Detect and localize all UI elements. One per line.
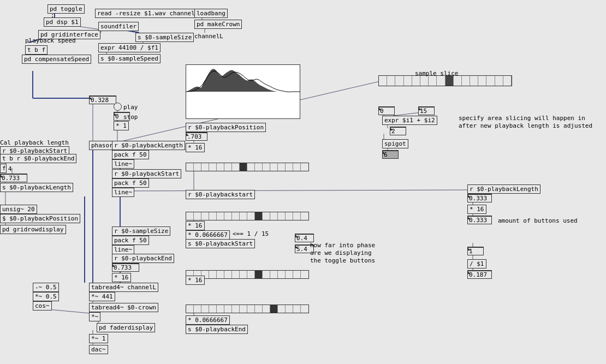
seq-cell[interactable]	[255, 305, 263, 313]
mul16-4-box[interactable]: * 16	[186, 276, 205, 285]
s-samplesize-box[interactable]: s $0-sampleSize	[135, 33, 194, 42]
num-2[interactable]: 2	[390, 127, 406, 135]
seq-cell[interactable]	[286, 163, 293, 171]
seq-cell[interactable]	[263, 163, 270, 171]
pack-f50-1-box[interactable]: pack f 50	[112, 150, 149, 159]
mul-0066-1-box[interactable]: * 0.0666667	[186, 230, 230, 240]
seq-cell[interactable]	[209, 305, 217, 313]
slice-cell-active[interactable]	[445, 76, 454, 86]
seq-cell[interactable]	[232, 212, 240, 220]
seq-cell[interactable]	[301, 163, 308, 171]
slice-cell[interactable]	[379, 76, 387, 86]
seq-cell[interactable]	[201, 305, 209, 313]
seq-cell[interactable]	[247, 271, 255, 278]
r-playbackend-box[interactable]: r $0-playbackEnd	[112, 254, 174, 263]
seq-cell[interactable]	[293, 212, 301, 220]
seq-cell[interactable]	[217, 271, 224, 278]
slice-cell[interactable]	[462, 76, 470, 86]
slice-cell[interactable]	[387, 76, 395, 86]
seq-cell[interactable]	[270, 212, 278, 220]
seq-cell[interactable]	[278, 212, 286, 220]
seq-cell[interactable]	[286, 271, 293, 278]
s-playbacklength-box[interactable]: s $0-playbackLength	[0, 183, 73, 192]
seq-cell[interactable]	[286, 212, 293, 220]
pack-f50-3-box[interactable]: pack f 50	[112, 236, 149, 245]
mul16-1-box[interactable]: * 16	[112, 273, 131, 282]
sequencer-row-4[interactable]	[186, 305, 309, 313]
pack-f50-2-box[interactable]: pack f 50	[112, 178, 149, 188]
slice-cell[interactable]	[478, 76, 486, 86]
num-0-right[interactable]: 0	[378, 106, 395, 115]
seq-cell[interactable]	[301, 271, 308, 278]
seq-cell[interactable]	[278, 271, 286, 278]
seq-cell[interactable]	[301, 305, 308, 313]
f-box[interactable]: f	[0, 164, 7, 173]
seq-cell[interactable]	[194, 163, 201, 171]
mul16-3-box[interactable]: * 16	[186, 221, 205, 230]
num-0733-2[interactable]: 0.733	[112, 263, 139, 272]
mul441-box[interactable]: *~ 441	[89, 292, 115, 301]
bang-play[interactable]	[114, 103, 122, 111]
r-playbackstart-seq-box[interactable]: r $0-playbackstart	[186, 190, 255, 199]
slice-cell[interactable]	[404, 76, 412, 86]
seq-cell-active[interactable]	[255, 212, 263, 220]
expr-44100-box[interactable]: expr 44100 / $f1	[98, 43, 161, 52]
seq-cell[interactable]	[209, 212, 217, 220]
seq-cell[interactable]	[240, 271, 247, 278]
tabread-channelL-box[interactable]: tabread4~ channelL	[89, 283, 158, 292]
seq-cell-active[interactable]	[270, 305, 278, 313]
num-0333-1[interactable]: 0.333	[467, 194, 492, 202]
num-04[interactable]: 0.4	[295, 234, 314, 242]
slice-cell[interactable]	[395, 76, 403, 86]
num-grey[interactable]: 6	[382, 150, 399, 159]
num-703[interactable]: .703	[186, 132, 207, 141]
line3-box[interactable]: line~	[112, 245, 134, 254]
mulmul-box[interactable]: *~	[89, 312, 100, 321]
t-b-r-box[interactable]: t b r $0-playbackEnd	[0, 154, 76, 163]
seq-cell[interactable]	[201, 212, 209, 220]
s-playbackstart-2-box[interactable]: s $0-playbackStart	[186, 239, 255, 248]
tabread-crown-box[interactable]: tabread4~ $0-crown	[89, 303, 158, 312]
seq-cell[interactable]	[263, 271, 270, 278]
loadbang-box[interactable]: loadbang	[194, 9, 228, 18]
r-playbackposition-box[interactable]: r $0-playbackPosition	[186, 123, 266, 132]
sequencer-row-2[interactable]	[186, 212, 309, 220]
mul16-2-box[interactable]: * 16	[186, 143, 205, 152]
expr-i1-i2-box[interactable]: expr $i1 + $i2	[382, 116, 437, 125]
seq-cell[interactable]	[255, 163, 263, 171]
mul1-2-box[interactable]: *~ 1	[89, 334, 108, 343]
spigot-box[interactable]: spigot	[382, 139, 408, 148]
seq-cell[interactable]	[286, 305, 293, 313]
soundfiler-box[interactable]: soundfiler	[98, 22, 139, 31]
num-0187[interactable]: 0.187	[467, 270, 492, 279]
seq-cell[interactable]	[224, 305, 232, 313]
pd-dsp-box[interactable]: pd dsp $1	[44, 17, 81, 27]
mul1-box[interactable]: * 1	[114, 121, 129, 130]
num-0328[interactable]: 0.328	[89, 96, 116, 104]
num-0733[interactable]: 0.733	[0, 174, 27, 182]
slice-cell[interactable]	[503, 76, 512, 86]
seq-cell[interactable]	[224, 212, 232, 220]
line1-box[interactable]: line~	[112, 159, 134, 169]
seq-cell[interactable]	[224, 271, 232, 278]
r-playbackstart-1-box[interactable]: r $0-playbackStart	[112, 169, 181, 178]
seq-cell-active[interactable]	[240, 163, 247, 171]
t-b-f-box[interactable]: t b f	[25, 45, 47, 55]
slice-cell[interactable]	[420, 76, 429, 86]
seq-cell[interactable]	[209, 271, 217, 278]
mul16-right-box[interactable]: * 16	[467, 205, 486, 214]
s-playbackend-box[interactable]: s $0-playbackEnd	[186, 325, 248, 334]
num-15[interactable]: 15	[418, 106, 435, 115]
seq-cell[interactable]	[224, 163, 232, 171]
pd-faderdisplay-box[interactable]: pd faderdisplay	[97, 323, 155, 332]
neg05-box[interactable]: -~ 0.5	[33, 283, 59, 292]
s-playbackposition-box[interactable]: $ $0-playbackPosition	[0, 214, 80, 223]
seq-cell[interactable]	[278, 305, 286, 313]
div-s1-box[interactable]: / $1	[467, 259, 486, 268]
seq-cell[interactable]	[293, 271, 301, 278]
seq-cell[interactable]	[232, 305, 240, 313]
slice-cell[interactable]	[429, 76, 437, 86]
seq-cell[interactable]	[270, 271, 278, 278]
seq-cell[interactable]	[186, 163, 194, 171]
r-playbacklength-right-box[interactable]: r $0-playbackLength	[467, 184, 540, 194]
